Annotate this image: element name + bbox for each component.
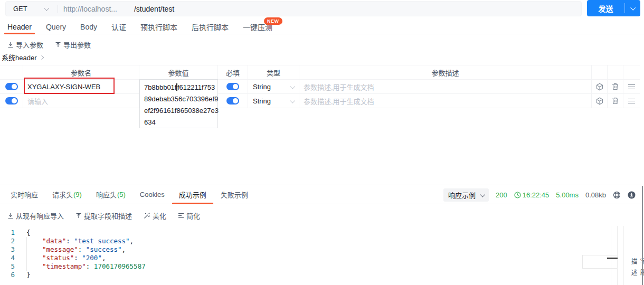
description-input[interactable]: 参数描述,用于生成文档 — [299, 94, 592, 108]
column-header-toggle — [0, 65, 23, 80]
description-input[interactable]: 参数描述,用于生成文档 — [299, 80, 592, 94]
trash-icon — [612, 83, 619, 90]
tab-header[interactable]: Header — [7, 20, 32, 34]
extract-fields-button[interactable]: 提取字段和描述 — [75, 211, 132, 221]
code-line: 1 { — [0, 229, 623, 237]
column-header-actions — [608, 65, 623, 80]
panel-scrollbar[interactable] — [642, 186, 643, 285]
count-badge: (5) — [117, 191, 126, 198]
drag-handle-icon — [628, 98, 636, 104]
code-line: 4 "status": "200", — [0, 254, 623, 262]
url-path-input[interactable]: /student/test — [134, 5, 174, 13]
cube-icon — [596, 97, 603, 105]
globe-icon[interactable] — [613, 191, 621, 199]
beautify-button[interactable]: 美化 — [144, 211, 166, 221]
cube-icon — [596, 83, 603, 91]
type-select[interactable]: String — [248, 94, 299, 108]
tab-label: 请求头 — [52, 189, 73, 200]
import-icon — [7, 213, 14, 219]
chevron-down-icon — [480, 192, 485, 197]
line-number: 6 — [0, 271, 15, 279]
download-icon[interactable] — [628, 191, 636, 199]
tab-post-script[interactable]: 后执行脚本 — [192, 20, 229, 34]
breadcrumb-label: 系统header — [2, 52, 36, 62]
chevron-down-icon — [290, 98, 295, 103]
simplify-button[interactable]: 简化 — [178, 211, 200, 221]
request-url-bar: GET http://localhost... /student/test — [5, 1, 582, 16]
url-host-segment[interactable]: http://localhost... — [63, 5, 117, 13]
tab-pre-script[interactable]: 预执行脚本 — [140, 20, 177, 34]
column-header-description: 参数描述 — [299, 65, 592, 80]
param-value-expanded-editor[interactable]: 7b8bbb01ff612211f753 89debab356c703396ef… — [139, 79, 218, 128]
response-meta-bar: 响应示例 200 16:22:45 5.00ms 0.08kb — [443, 188, 636, 202]
table-row-enable-cell — [0, 94, 23, 108]
import-params-button[interactable]: 导入参数 — [7, 40, 43, 50]
method-label: GET — [13, 5, 27, 13]
drag-handle[interactable] — [623, 94, 640, 108]
import-from-response-label: 从现有响应导入 — [16, 211, 64, 221]
enable-toggle[interactable] — [5, 97, 18, 104]
code-line: 5 "timestamp": 1706170965587 — [0, 262, 623, 271]
scrollbar-thumb[interactable] — [607, 258, 618, 259]
param-name-input[interactable]: 请输入 — [23, 94, 139, 108]
tab-query[interactable]: Query — [46, 20, 66, 34]
response-body-editor[interactable]: 1 { 2 "data": "test success", 3 "message… — [0, 226, 623, 285]
response-example-select[interactable]: 响应示例 — [443, 188, 489, 202]
new-badge: NEW — [264, 17, 282, 25]
tab-success-example[interactable]: 成功示例 — [179, 185, 206, 204]
params-table: 参数名 参数值 必填 类型 参数描述 XYGALAXY-SIGN-WEB Str… — [0, 65, 640, 108]
export-params-button[interactable]: 导出参数 — [55, 40, 91, 50]
delete-row-button[interactable] — [608, 80, 623, 93]
more-settings-button[interactable] — [592, 94, 607, 108]
response-time: 16:22:45 — [514, 191, 550, 199]
response-example-label: 响应示例 — [448, 190, 476, 200]
export-icon — [55, 42, 61, 48]
value-line: ef2f96161f865038e27e3 — [144, 105, 216, 117]
enable-toggle[interactable] — [5, 83, 18, 90]
tab-realtime-response[interactable]: 实时响应 — [11, 185, 38, 204]
magic-wand-icon — [144, 212, 150, 219]
type-value: String — [253, 83, 271, 91]
indent-guide — [26, 245, 42, 254]
chevron-down-icon — [630, 5, 636, 11]
tab-cookies[interactable]: Cookies — [140, 185, 165, 204]
line-number: 1 — [0, 229, 15, 237]
tab-request-headers[interactable]: 请求头(9) — [52, 185, 82, 204]
value-line: 7b8bbb01ff612211f753 — [144, 82, 216, 93]
column-header-type: 类型 — [248, 65, 299, 80]
response-toolbar: 从现有响应导入 提取字段和描述 美化 简化 — [7, 211, 200, 221]
line-number: 4 — [0, 254, 15, 262]
indent-guide — [26, 237, 42, 245]
send-options-button[interactable] — [625, 0, 640, 16]
clock-icon — [514, 192, 521, 198]
method-select[interactable]: GET — [6, 5, 52, 13]
tab-auth[interactable]: 认证 — [111, 20, 126, 34]
column-header-name: 参数名 — [23, 65, 139, 80]
breadcrumb[interactable]: 系统header — [2, 52, 43, 62]
code-line: 6 } — [0, 271, 623, 279]
trash-icon — [612, 97, 619, 104]
column-header-value: 参数值 — [139, 65, 218, 80]
required-toggle[interactable] — [226, 83, 239, 90]
code-line: 3 "message": "success", — [0, 245, 623, 254]
send-button[interactable]: 发送 — [587, 0, 624, 16]
editor-scrollbar[interactable] — [611, 226, 618, 285]
required-toggle[interactable] — [226, 97, 239, 104]
param-name-input[interactable]: XYGALAXY-SIGN-WEB — [23, 80, 139, 94]
extract-icon — [75, 213, 82, 219]
tab-body[interactable]: Body — [80, 20, 97, 34]
tab-response-headers[interactable]: 响应头(5) — [96, 185, 126, 204]
response-duration: 5.00ms — [556, 191, 579, 199]
more-settings-button[interactable] — [592, 80, 607, 93]
import-from-response-button[interactable]: 从现有响应导入 — [7, 211, 64, 221]
drag-handle[interactable] — [623, 80, 640, 93]
chevron-right-icon — [40, 55, 44, 59]
type-select[interactable]: String — [248, 80, 299, 94]
indent-guide — [26, 262, 42, 271]
line-number: 3 — [0, 245, 15, 254]
line-number: 5 — [0, 262, 15, 271]
tab-failure-example[interactable]: 失败示例 — [221, 185, 248, 204]
tab-label: 响应头 — [96, 189, 117, 200]
delete-row-button[interactable] — [608, 94, 623, 108]
lines-icon — [178, 213, 184, 218]
